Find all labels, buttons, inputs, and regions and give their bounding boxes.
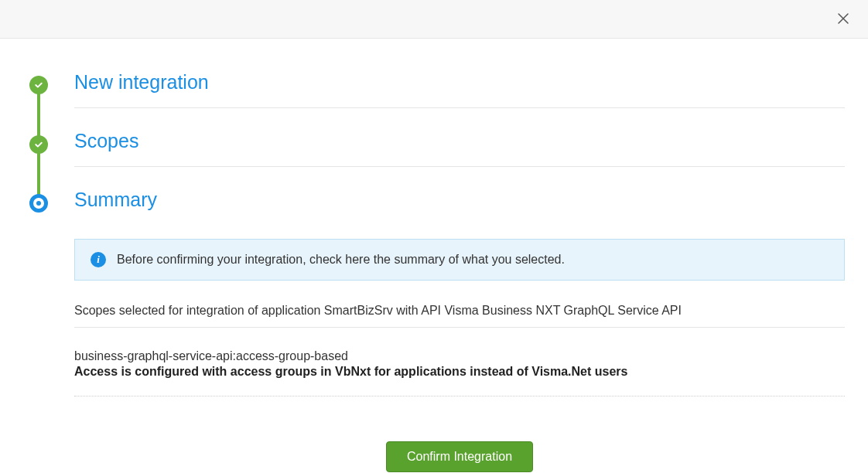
info-icon: i: [91, 252, 106, 267]
content: New integration Scopes Summary i Before …: [0, 39, 868, 473]
step-heading-scopes[interactable]: Scopes: [74, 127, 845, 167]
check-icon: [34, 80, 43, 90]
step-indicator-new-integration: [29, 76, 48, 94]
topbar: [0, 0, 868, 39]
step-scopes: Scopes: [74, 127, 845, 167]
step-summary: Summary i Before confirming your integra…: [74, 185, 845, 472]
confirm-wrap: Confirm Integration: [74, 441, 845, 472]
close-icon: [837, 12, 849, 25]
check-icon: [34, 140, 43, 149]
step-indicator-scopes: [29, 135, 48, 154]
info-box: i Before confirming your integration, ch…: [74, 239, 845, 281]
stepper: [0, 68, 74, 473]
step-indicator-summary: [29, 194, 48, 213]
scope-description: Access is configured with access groups …: [74, 365, 845, 379]
confirm-integration-button[interactable]: Confirm Integration: [386, 441, 533, 472]
step-heading-new-integration[interactable]: New integration: [74, 68, 845, 108]
scopes-selected-heading: Scopes selected for integration of appli…: [74, 304, 845, 328]
step-heading-summary[interactable]: Summary: [74, 185, 845, 216]
scope-item: business-graphql-service-api:access-grou…: [74, 349, 845, 396]
main: New integration Scopes Summary i Before …: [74, 68, 868, 473]
scope-name: business-graphql-service-api:access-grou…: [74, 349, 845, 363]
step-new-integration: New integration: [74, 68, 845, 108]
info-message: Before confirming your integration, chec…: [117, 253, 565, 267]
close-button[interactable]: [836, 11, 851, 26]
